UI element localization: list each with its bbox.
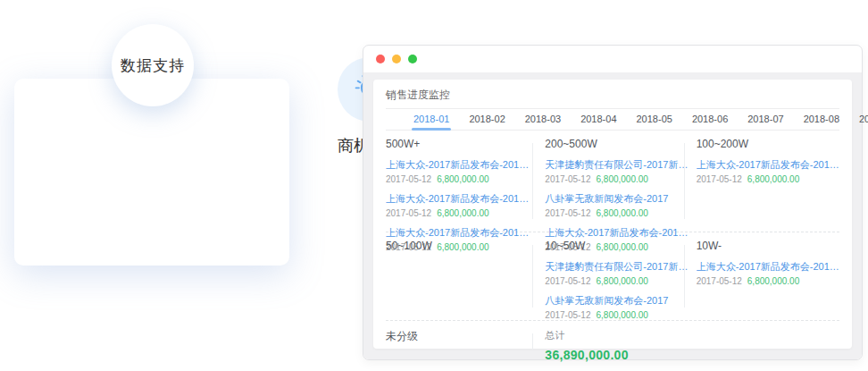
deal-date: 2017-05-12 <box>697 276 742 286</box>
tier-header: 500W+ <box>386 138 537 150</box>
panel-footer: 未分级 总计 36,890,000.00 <box>386 321 839 362</box>
deal-meta: 2017-05-126,800,000.00 <box>545 208 688 218</box>
deal-link[interactable]: 八卦掌无敌新闻发布会-2017 <box>545 193 688 204</box>
tab-2018-04[interactable]: 2018-04 <box>571 109 626 130</box>
deal-amount: 6,800,000.00 <box>747 174 799 184</box>
feature-badge: 数据支持 <box>112 24 194 106</box>
unclassified-label: 未分级 <box>386 329 537 344</box>
tier-header: 10~50W <box>545 240 688 252</box>
deal-link[interactable]: 上海大众-2017新品发布会-2017-02 <box>386 159 532 170</box>
tier-cell: 50~100W <box>386 232 537 320</box>
deal-amount: 6,800,000.00 <box>747 276 799 286</box>
tier-header: 100~200W <box>697 138 839 150</box>
deal-meta: 2017-05-126,800,000.00 <box>386 208 537 218</box>
minimize-window-button[interactable] <box>392 55 401 63</box>
deal-meta: 2017-05-126,800,000.00 <box>386 174 537 184</box>
deal-meta: 2017-05-126,800,000.00 <box>545 276 688 286</box>
deal-item: 上海大众-2017新品发布会-2017-022017-05-126,800,00… <box>386 159 537 184</box>
footer-spacer <box>689 321 839 362</box>
tab-2018-03[interactable]: 2018-03 <box>515 109 571 130</box>
deal-date: 2017-05-12 <box>386 208 431 218</box>
deal-meta: 2017-05-126,800,000.00 <box>697 276 839 286</box>
deal-amount: 6,800,000.00 <box>437 174 488 184</box>
maximize-window-button[interactable] <box>408 55 417 63</box>
total-cell: 总计 36,890,000.00 <box>537 321 688 362</box>
feature-badge-label: 数据支持 <box>121 55 185 76</box>
tier-header: 50~100W <box>386 240 537 252</box>
deal-item: 八卦掌无敌新闻发布会-20172017-05-126,800,000.00 <box>545 193 688 218</box>
sales-progress-panel: 销售进度监控 2018-012018-022018-032018-042018-… <box>373 80 852 349</box>
deal-link[interactable]: 天津捷豹责任有限公司-2017新品发布会-2017 <box>545 261 688 272</box>
deal-item: 上海大众-2017新品发布会-2017-022017-05-126,800,00… <box>386 193 537 218</box>
deal-date: 2017-05-12 <box>545 208 590 218</box>
tab-2018-07[interactable]: 2018-07 <box>738 109 793 130</box>
deal-amount: 6,800,000.00 <box>596 310 647 320</box>
total-label: 总计 <box>545 329 688 342</box>
tab-2018-02[interactable]: 2018-02 <box>459 109 514 130</box>
window-body: 销售进度监控 2018-012018-022018-032018-042018-… <box>363 72 862 359</box>
deal-meta: 2017-05-126,800,000.00 <box>697 174 839 184</box>
tab-2018-08[interactable]: 2018-08 <box>794 109 849 130</box>
close-window-button[interactable] <box>376 55 385 63</box>
deal-link[interactable]: 天津捷豹责任有限公司-2017新品发布会-2017 <box>545 159 688 170</box>
deal-item: 天津捷豹责任有限公司-2017新品发布会-20172017-05-126,800… <box>545 159 688 184</box>
deal-date: 2017-05-12 <box>697 174 742 184</box>
deal-item: 上海大众-2017新品发布会-2017-022017-05-126,800,00… <box>697 159 839 184</box>
app-window: 销售进度监控 2018-012018-022018-032018-042018-… <box>363 45 863 360</box>
unclassified-cell: 未分级 <box>386 321 537 362</box>
deal-meta: 2017-05-126,800,000.00 <box>545 174 688 184</box>
deal-amount: 6,800,000.00 <box>596 174 647 184</box>
month-tabs: 2018-012018-022018-032018-042018-052018-… <box>386 109 839 131</box>
deal-item: 上海大众-2017新品发布会-2017-022017-05-126,800,00… <box>697 261 839 286</box>
tier-cell: 10~50W天津捷豹责任有限公司-2017新品发布会-20172017-05-1… <box>537 232 688 320</box>
panel-title: 销售进度监控 <box>386 88 839 102</box>
tier-cell: 500W+上海大众-2017新品发布会-2017-022017-05-126,8… <box>386 131 537 232</box>
deal-date: 2017-05-12 <box>386 174 431 184</box>
deal-link[interactable]: 上海大众-2017新品发布会-2017-02 <box>386 193 532 204</box>
deal-amount: 6,800,000.00 <box>437 208 488 218</box>
window-titlebar <box>363 46 862 72</box>
deal-date: 2017-05-12 <box>545 276 590 286</box>
tab-2018-05[interactable]: 2018-05 <box>627 109 682 130</box>
tab-2018-06[interactable]: 2018-06 <box>682 109 738 130</box>
deal-date: 2017-05-12 <box>545 174 590 184</box>
tier-cell: 200~500W天津捷豹责任有限公司-2017新品发布会-20172017-05… <box>537 131 688 232</box>
tier-cell: 100~200W上海大众-2017新品发布会-2017-022017-05-12… <box>689 131 839 232</box>
deal-link[interactable]: 上海大众-2017新品发布会-2017-02 <box>697 261 839 272</box>
deal-amount: 6,800,000.00 <box>596 276 647 286</box>
deal-item: 天津捷豹责任有限公司-2017新品发布会-20172017-05-126,800… <box>545 261 688 286</box>
total-value: 36,890,000.00 <box>545 348 688 362</box>
deal-date: 2017-05-12 <box>545 310 590 320</box>
tier-header: 10W- <box>697 240 839 252</box>
tier-row-top: 500W+上海大众-2017新品发布会-2017-022017-05-126,8… <box>386 131 839 232</box>
deal-item: 八卦掌无敌新闻发布会-20172017-05-126,800,000.00 <box>545 295 688 320</box>
deal-link[interactable]: 上海大众-2017新品发布会-2017-02 <box>697 159 839 170</box>
deal-amount: 6,800,000.00 <box>596 208 647 218</box>
deal-meta: 2017-05-126,800,000.00 <box>545 310 688 320</box>
tier-header: 200~500W <box>545 138 688 150</box>
deal-link[interactable]: 八卦掌无敌新闻发布会-2017 <box>545 295 688 306</box>
tab-2018-09[interactable]: 2018-09 <box>849 109 868 130</box>
tab-2018-01[interactable]: 2018-01 <box>404 109 459 130</box>
tier-row-bottom: 50~100W10~50W天津捷豹责任有限公司-2017新品发布会-201720… <box>386 232 839 321</box>
tier-cell: 10W-上海大众-2017新品发布会-2017-022017-05-126,80… <box>689 232 839 320</box>
